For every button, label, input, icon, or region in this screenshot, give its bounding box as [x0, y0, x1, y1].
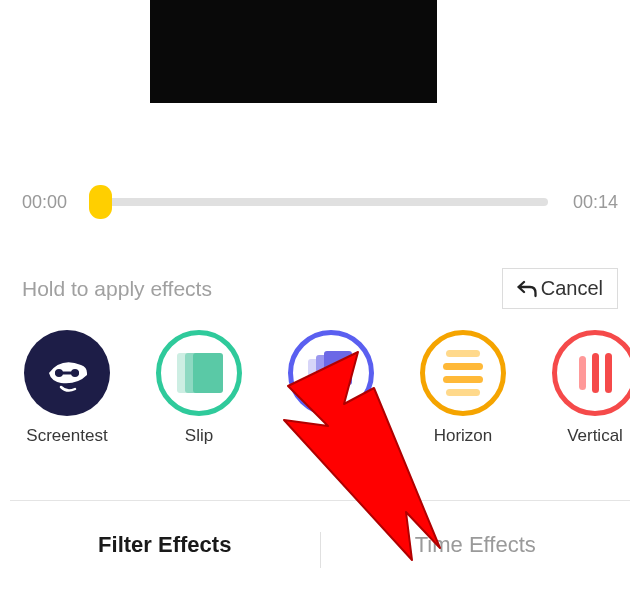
effect-screentest[interactable]: Screentest — [22, 330, 112, 446]
slip-icon — [156, 330, 242, 416]
divider — [10, 500, 630, 501]
timeline: 00:00 00:14 — [22, 180, 618, 224]
time-end-label: 00:14 — [556, 192, 618, 213]
timeline-track[interactable] — [92, 198, 548, 206]
horizon-icon — [420, 330, 506, 416]
effect-label: Horizon — [434, 426, 493, 446]
tab-filter-effects[interactable]: Filter Effects — [10, 520, 320, 580]
instruction-text: Hold to apply effects — [22, 277, 212, 301]
effects-tabs: Filter Effects Time Effects — [10, 520, 630, 580]
tab-time-effects[interactable]: Time Effects — [321, 520, 631, 580]
effect-label: Slip — [185, 426, 213, 446]
svg-point-0 — [55, 369, 63, 377]
video-preview[interactable] — [150, 0, 437, 103]
svg-point-1 — [71, 369, 79, 377]
layered-icon — [288, 330, 374, 416]
cancel-label: Cancel — [541, 277, 603, 300]
scrubber-handle[interactable] — [89, 185, 112, 219]
effect-horizon[interactable]: Horizon — [418, 330, 508, 446]
effects-row: Screentest Slip Horizon Vertical — [22, 330, 630, 446]
effect-vertical[interactable]: Vertical — [550, 330, 630, 446]
cancel-button[interactable]: Cancel — [502, 268, 618, 309]
effect-label: Screentest — [26, 426, 107, 446]
time-start-label: 00:00 — [22, 192, 84, 213]
screentest-icon — [24, 330, 110, 416]
effect-layered[interactable] — [286, 330, 376, 446]
effect-label: Vertical — [567, 426, 623, 446]
vertical-icon — [552, 330, 630, 416]
undo-icon — [517, 280, 537, 298]
effect-slip[interactable]: Slip — [154, 330, 244, 446]
